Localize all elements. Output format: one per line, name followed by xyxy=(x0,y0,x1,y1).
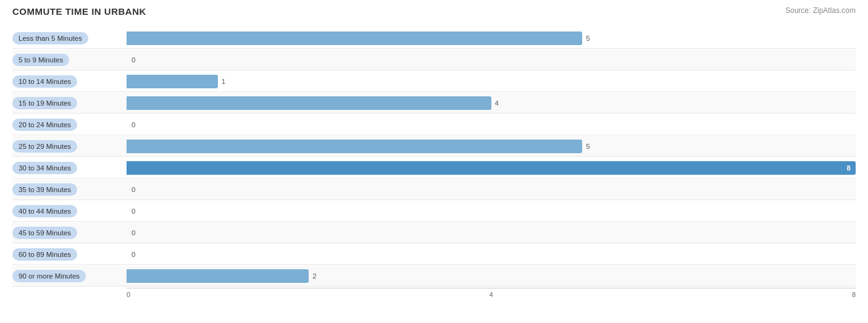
bar-area: 0 xyxy=(127,222,856,243)
bar-label: 90 or more Minutes xyxy=(12,270,86,282)
bar-value: 0 xyxy=(131,251,135,258)
x-tick-0: 0 xyxy=(127,291,370,298)
label-area: 25 to 29 Minutes xyxy=(12,140,127,153)
bar-label: 20 to 24 Minutes xyxy=(12,119,77,131)
bar-value: 0 xyxy=(131,56,135,64)
bar-label: 25 to 29 Minutes xyxy=(12,140,77,153)
label-area: 15 to 19 Minutes xyxy=(12,97,127,109)
bar-value: 8 xyxy=(847,164,856,172)
bar-row: 5 to 9 Minutes0 xyxy=(12,49,856,70)
label-area: Less than 5 Minutes xyxy=(12,32,127,44)
label-area: 20 to 24 Minutes xyxy=(12,119,127,131)
bar-area: 5 xyxy=(127,28,856,48)
bar-area: 4 xyxy=(127,93,856,113)
bar-label: 60 to 89 Minutes xyxy=(12,248,77,261)
bar-area: 2 xyxy=(127,266,856,286)
bar-fill xyxy=(127,204,128,218)
bar-fill xyxy=(127,75,218,88)
bar-area: 8 xyxy=(127,157,856,178)
x-axis: 0 4 8 xyxy=(127,288,856,298)
source-credit: Source: ZipAtlas.com xyxy=(785,6,856,15)
bar-fill xyxy=(127,248,128,261)
bar-row: 20 to 24 Minutes0 xyxy=(12,114,856,135)
bar-row: 10 to 14 Minutes1 xyxy=(12,71,856,92)
bars-container: Less than 5 Minutes55 to 9 Minutes010 to… xyxy=(12,28,856,287)
bar-label: 35 to 39 Minutes xyxy=(12,183,77,196)
bar-value: 0 xyxy=(131,121,135,128)
bar-fill xyxy=(127,140,582,153)
bar-area: 0 xyxy=(127,114,856,135)
label-area: 45 to 59 Minutes xyxy=(12,227,127,239)
bar-area: 0 xyxy=(127,201,856,221)
bar-fill xyxy=(127,53,128,67)
bar-row: 15 to 19 Minutes4 xyxy=(12,93,856,114)
bar-label: 15 to 19 Minutes xyxy=(12,97,77,109)
bar-value: 0 xyxy=(131,186,135,193)
bar-label: 5 to 9 Minutes xyxy=(12,54,69,66)
bar-row: 25 to 29 Minutes5 xyxy=(12,136,856,157)
chart-container: COMMUTE TIME IN URBANK Source: ZipAtlas.… xyxy=(12,6,856,298)
bar-row: 60 to 89 Minutes0 xyxy=(12,244,856,265)
bar-area: 0 xyxy=(127,244,856,264)
bar-fill: 8 xyxy=(127,161,856,175)
bar-area: 0 xyxy=(127,49,856,70)
label-area: 30 to 34 Minutes xyxy=(12,162,127,174)
bar-row: 45 to 59 Minutes0 xyxy=(12,222,856,243)
bar-fill xyxy=(127,96,491,110)
x-tick-4: 4 xyxy=(370,291,613,298)
bar-row: 35 to 39 Minutes0 xyxy=(12,179,856,200)
label-area: 35 to 39 Minutes xyxy=(12,183,127,196)
bar-label: 40 to 44 Minutes xyxy=(12,205,77,217)
chart-title: COMMUTE TIME IN URBANK xyxy=(12,6,146,17)
bar-row: 40 to 44 Minutes0 xyxy=(12,201,856,222)
label-area: 10 to 14 Minutes xyxy=(12,75,127,88)
bar-label: Less than 5 Minutes xyxy=(12,32,88,44)
bar-area: 5 xyxy=(127,136,856,156)
bar-label: 10 to 14 Minutes xyxy=(12,75,77,88)
label-area: 40 to 44 Minutes xyxy=(12,205,127,217)
bar-value: 5 xyxy=(586,143,590,150)
bar-value: 0 xyxy=(131,229,135,237)
bar-area: 0 xyxy=(127,179,856,199)
label-area: 5 to 9 Minutes xyxy=(12,54,127,66)
bar-value: 2 xyxy=(312,272,316,280)
bar-row: 30 to 34 Minutes8 xyxy=(12,157,856,178)
bar-label: 45 to 59 Minutes xyxy=(12,227,77,239)
chart-area: Less than 5 Minutes55 to 9 Minutes010 to… xyxy=(12,28,856,298)
bar-label: 30 to 34 Minutes xyxy=(12,162,77,174)
bar-fill xyxy=(127,118,128,132)
label-area: 60 to 89 Minutes xyxy=(12,248,127,261)
bar-value: 1 xyxy=(222,78,225,85)
bar-fill xyxy=(127,226,128,240)
bar-row: 90 or more Minutes2 xyxy=(12,266,856,287)
bar-row: Less than 5 Minutes5 xyxy=(12,28,856,49)
bar-fill xyxy=(127,269,309,283)
bar-fill xyxy=(127,31,582,45)
bar-value: 4 xyxy=(495,99,499,107)
bar-value: 0 xyxy=(131,208,135,215)
label-area: 90 or more Minutes xyxy=(12,270,127,282)
bar-fill xyxy=(127,183,128,196)
x-tick-8: 8 xyxy=(612,291,856,298)
bar-area: 1 xyxy=(127,71,856,91)
bar-value: 5 xyxy=(586,35,590,42)
